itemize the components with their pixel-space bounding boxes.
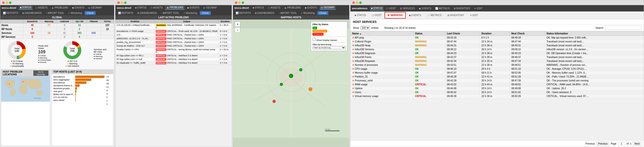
service-x-icon[interactable]: ✕ [352, 56, 354, 59]
nav-geomap-2[interactable]: ◎ GEOMAP [202, 6, 218, 10]
nav-problems-2[interactable]: ▲ PROBLEMS [165, 6, 184, 10]
problem-host[interactable]: prueba_log_occurrences [116, 41, 155, 44]
dot-yellow-1[interactable] [6, 2, 8, 4]
nav-reports-3[interactable]: 📊 REPORTS [234, 11, 252, 15]
service-x-icon[interactable]: ✕ [352, 64, 354, 66]
nav-monitoring-1[interactable]: ✓ Monitoring [67, 11, 83, 15]
dot-red-2[interactable] [117, 2, 120, 4]
service-name[interactable]: ✕ CPU usage [351, 67, 414, 71]
row-down[interactable]: 5 [23, 35, 41, 39]
entries-select[interactable]: 100 50 25 [360, 26, 370, 30]
problem-host[interactable]: a0b50100C: 10.25.5.2.6 - VLAN... [116, 37, 155, 41]
nav-events-4[interactable]: ◆ EVENTS [418, 7, 432, 10]
dot-red-4[interactable] [352, 2, 355, 4]
tab-events[interactable]: ◆ EVENTS [406, 12, 424, 18]
problem-host[interactable]: Prueba Carlos >> CPU [116, 48, 155, 54]
service-name[interactable]: ✕ Uptime [351, 87, 414, 90]
problem-host[interactable]: 172... [116, 33, 155, 37]
check-button-3[interactable]: Check [318, 11, 328, 15]
service-name[interactable]: ✕ Number of processes [351, 63, 414, 67]
nav-events-3[interactable]: ◆ EVENTS [304, 6, 318, 10]
nav-host-4[interactable]: ⬡ HOST [385, 7, 397, 10]
nav-assets-3[interactable]: ⬡ ASSETS [267, 6, 282, 10]
dot-green-4[interactable] [359, 2, 362, 4]
dot-green-3[interactable] [242, 2, 244, 4]
check-button-1[interactable]: Check [85, 11, 96, 15]
problem-host[interactable]: 172.16.100.50 =>Https(Certificate... [116, 23, 155, 30]
problem-host[interactable]: wocudemos >> RAM usage [116, 30, 155, 33]
nav-status-4[interactable]: ■ STATUS [370, 6, 384, 11]
nav-metrics-4[interactable]: 📈 METRICS [434, 7, 451, 10]
tab-host[interactable]: ⬡ HOST [369, 12, 384, 18]
problem-host[interactable]: R1-duplicado >> Traffic_Null0 [116, 61, 155, 65]
row-up[interactable]: 15 [72, 23, 87, 27]
nav-reports-2[interactable]: 📊 REPORTS [117, 11, 134, 15]
nav-geomap-1[interactable]: ◎ GEOMAP [87, 6, 103, 10]
service-x-icon[interactable]: ✕ [352, 36, 354, 39]
nav-import-2[interactable]: ↑ IMPORT TOOL [160, 11, 180, 15]
service-x-icon[interactable]: ✕ [352, 68, 354, 70]
problem-host[interactable]: R7-bgs.a2bec.com >> null [116, 58, 155, 61]
service-x-icon[interactable]: ✕ [352, 48, 354, 51]
nav-import-1[interactable]: ↑ IMPORT TOOL [44, 11, 66, 15]
service-x-icon[interactable]: ✕ [352, 52, 354, 55]
nav-dashboards-3[interactable]: ⊞ DASHBOARDS [254, 11, 276, 15]
nav-import-3[interactable]: ↑ IMPORT TOOL [277, 11, 298, 15]
dot-red-3[interactable] [235, 2, 237, 4]
dot-red-1[interactable] [2, 2, 4, 4]
search-input[interactable] [605, 26, 641, 30]
row-unk[interactable]: 41 [57, 31, 72, 35]
service-x-icon[interactable]: ✕ [352, 60, 354, 62]
check-button-2[interactable]: Check [200, 11, 210, 15]
service-name[interactable]: ✕ InfluxDB Diagnosis [351, 51, 414, 55]
service-x-icon[interactable]: ✕ [352, 44, 354, 47]
zoom-out-btn[interactable]: − [235, 27, 240, 33]
nav-monitoring-2[interactable]: ✓ Monitoring [182, 11, 198, 15]
service-name[interactable]: ✕ Users [351, 90, 414, 94]
row-up[interactable]: 4 [72, 35, 87, 39]
nav-events-2[interactable]: ◆ EVENTS [186, 6, 201, 10]
status-up-badge[interactable]: UP [312, 27, 317, 29]
service-x-icon[interactable]: ✕ [352, 91, 354, 94]
row-up[interactable]: 2 [72, 27, 87, 31]
nav-inventory-4[interactable]: ⊞ INVENTORY [452, 7, 472, 10]
prev-btn[interactable]: Previous [596, 142, 609, 146]
status-unreach-badge[interactable]: UNREACH (4) [312, 30, 327, 32]
nav-assets-1[interactable]: ⬡ ASSETS [34, 6, 49, 10]
next-btn[interactable]: Next [633, 142, 641, 146]
sort-name-icon[interactable]: ▲ [360, 33, 362, 35]
nav-dashboards-2[interactable]: ⊞ DASHBOARDS [136, 11, 158, 15]
nav-assets-2[interactable]: ⬡ ASSETS [149, 6, 164, 10]
service-name[interactable]: ✕ Processes_sshd [351, 79, 414, 83]
status-down-badge[interactable]: DOWN (9) [312, 33, 324, 36]
row-warning[interactable] [41, 35, 57, 39]
problem-host[interactable]: R7-bgs.a2bec.com >> R5-1 [116, 54, 155, 58]
service-name[interactable]: ✕ InfluxDB Points [351, 55, 414, 59]
tab-status[interactable]: ■ STATUS [352, 12, 369, 18]
service-name[interactable]: ✕ Partition_31 [351, 75, 414, 79]
service-name[interactable]: ✕ Virtual memory usage [351, 94, 414, 98]
row-warning[interactable] [41, 27, 57, 31]
service-x-icon[interactable]: ✕ [352, 71, 354, 74]
service-name[interactable]: ✕ Collectd Plugin [351, 40, 414, 44]
page-input[interactable] [618, 142, 625, 145]
dot-green-2[interactable] [124, 2, 126, 4]
dot-yellow-2[interactable] [121, 2, 123, 4]
service-name[interactable]: ✕ InfluxDB Heap [351, 44, 414, 48]
nav-geomap-3[interactable]: ◎ GEOMAP [320, 6, 336, 10]
service-x-icon[interactable]: ✕ [352, 87, 354, 90]
nav-monitoring-3[interactable]: ✓ Monitoring [300, 11, 316, 15]
dot-yellow-3[interactable] [238, 2, 241, 4]
nav-events-1[interactable]: ◆ EVENTS [71, 6, 86, 10]
row-warning[interactable]: 18 [41, 31, 57, 35]
nav-status-3[interactable]: ■ STATUS [252, 6, 265, 10]
nav-reports-1[interactable]: 📊 REPORTS [2, 11, 20, 15]
row-unk[interactable]: 0 [57, 35, 72, 39]
problem-host[interactable]: Granja de Madres - SGE 017 [116, 44, 155, 48]
filter-hostgroup-select[interactable]: Filter by HostGroup... [312, 46, 346, 49]
row-down[interactable]: 104 [23, 31, 41, 35]
service-x-icon[interactable]: ✕ [352, 40, 354, 43]
row-up[interactable]: 393 [72, 31, 87, 35]
dot-yellow-4[interactable] [356, 2, 358, 4]
service-x-icon[interactable]: ✕ [352, 79, 354, 82]
